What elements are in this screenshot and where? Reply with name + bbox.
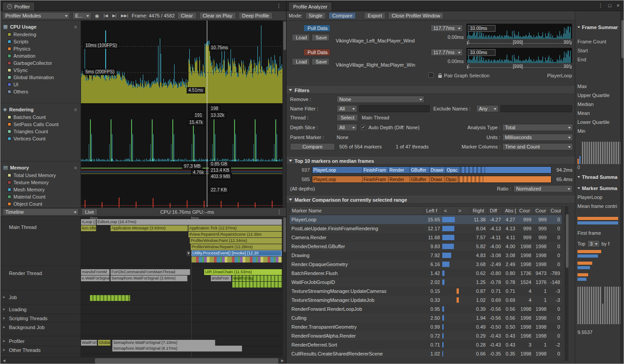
legend-item[interactable]: Object Count <box>3 200 81 207</box>
charts-vertical-scrollbar[interactable] <box>282 21 286 207</box>
thread-summary-header[interactable]: Thread Summa <box>577 174 618 180</box>
marker-segment[interactable]: Opac <box>446 167 460 173</box>
marker-segment[interactable]: Opac <box>445 176 458 182</box>
foldout-arrow-icon[interactable]: ▸ <box>3 307 7 313</box>
marker-segment[interactable]: Render <box>389 176 410 182</box>
column-header[interactable]: Marker Name <box>290 207 424 215</box>
column-header[interactable]: Diff <box>488 207 503 215</box>
auto-depth-checkbox[interactable]: ✓ <box>361 125 366 130</box>
scrollbar-thumb[interactable] <box>621 20 624 58</box>
marker-row[interactable]: BatchRenderer.Flush 1.42 0.62 -0.80 0.80… <box>290 269 562 278</box>
legend-item[interactable]: Physics <box>3 45 81 52</box>
legend-item[interactable]: Batches Count <box>3 114 81 121</box>
top10-row-left[interactable]: 937 PlayerLoopFinishFramRenderGBufferDra… <box>290 166 573 174</box>
comparison-foldout[interactable]: Marker Comparison for currently selected… <box>286 196 575 203</box>
timeline-span[interactable]: mandsFromM <box>81 269 110 275</box>
timeline-span[interactable] <box>232 282 282 288</box>
legend-item[interactable]: Total Used Memory <box>3 172 81 179</box>
marker-segment[interactable]: GBuffer <box>410 167 430 173</box>
foldout-arrow-icon[interactable]: ▸ <box>3 339 7 346</box>
marker-row[interactable]: PostLateUpdate.FinishFrameRendering 12.1… <box>290 224 562 233</box>
timeline-span[interactable]: ProfilerWindow.Repaint (12.28ms) <box>191 244 282 250</box>
current-frame-button[interactable]: ▶▶| <box>120 13 129 18</box>
close-profiler-window-button[interactable]: Close Profiler Window <box>388 12 444 19</box>
scrollbar-track[interactable] <box>8 357 279 364</box>
thread-select-button[interactable]: Select <box>337 114 358 121</box>
marker-row[interactable]: Drawing 7.92 4.83 -3.08 3.08 1998 1998 0 <box>290 251 562 260</box>
marker-segment[interactable]: Render <box>389 167 410 173</box>
marker-row[interactable]: Render.TransparentGeometry 0.99 0.49 -0.… <box>290 322 562 331</box>
timeline-span[interactable]: GlobalJ <box>98 340 111 346</box>
max-time-dropdown[interactable]: 117.77ms <box>431 25 463 32</box>
timeline-span[interactable] <box>90 295 130 301</box>
top10-bar[interactable]: PlayerLoopFinishFramRenderGBufferDrawirO… <box>312 166 551 174</box>
timeline-span[interactable]: ProfilerWindow.Paint (12.34ms) <box>190 238 282 244</box>
column-header[interactable]: > <box>457 207 471 215</box>
timeline-horizontal-scrollbar[interactable]: ◀ ▶ <box>0 357 286 364</box>
timeline-span[interactable]: ▾ <box>187 250 191 256</box>
slider-handle-left[interactable] <box>466 65 469 69</box>
foldout-arrow-icon[interactable]: ▸ <box>3 316 7 322</box>
marker-segment[interactable]: Drawir <box>430 167 446 173</box>
rendering-chart[interactable] <box>81 103 282 162</box>
marker-distribution-histogram[interactable] <box>577 285 620 324</box>
column-header[interactable]: Cour <box>534 207 549 215</box>
legend-item[interactable]: Rendering <box>3 31 81 38</box>
timeline-vertical-scrollbar[interactable] <box>282 216 286 357</box>
legend-item[interactable]: GarbageCollector <box>3 59 81 67</box>
marker-row[interactable]: TextureStreamingManager.UpdateJob 0.33 1… <box>290 296 562 305</box>
analyzer-kebab-icon[interactable]: ⋮ <box>598 3 603 8</box>
slider-handle-right[interactable] <box>570 41 572 45</box>
timeline-span[interactable]: tion.Idle (1 <box>81 225 96 231</box>
timeline-view-dropdown[interactable]: Timeline <box>3 208 79 216</box>
timeline-span[interactable]: andsFron <box>211 275 231 281</box>
depth-slice-dropdown[interactable]: All <box>337 124 357 131</box>
filters-foldout[interactable]: Filters <box>286 86 575 94</box>
ratio-dropdown[interactable]: Normalized <box>513 185 573 192</box>
module-menu-icon[interactable]: ≡ <box>74 165 77 170</box>
close-icon[interactable]: × <box>617 3 620 8</box>
marker-row[interactable]: RenderDeferred.GBuffer 9.83 5.82 -4.00 4… <box>290 242 562 251</box>
compare-button[interactable]: Compare <box>290 143 335 150</box>
foldout-arrow-icon[interactable]: ▸ <box>3 295 7 305</box>
timeline-span[interactable]: Semaphore.WaitForSignal (7.10ms) <box>112 340 215 346</box>
legend-item[interactable]: VSync <box>3 67 81 74</box>
exclude-names-dropdown[interactable]: Any <box>476 105 499 112</box>
frame-distribution-histogram[interactable] <box>577 140 620 164</box>
marker-row[interactable]: CullResults.CreateSharedRendererScene 1.… <box>290 349 562 358</box>
mode-compare-button[interactable]: Compare <box>329 12 356 19</box>
tab-profile-analyzer[interactable]: Profile Analyzer <box>288 2 332 11</box>
frame-range-slider[interactable]: 1 [999] 999 <box>466 64 572 70</box>
marker-row[interactable]: Render.OpaqueGeometry 6.16 3.68 -2.49 2.… <box>290 260 562 269</box>
table-vertical-scrollbar[interactable] <box>565 206 568 361</box>
slider-handle-left[interactable] <box>466 41 469 45</box>
marker-summary-header[interactable]: Marker Summa <box>577 186 618 191</box>
module-menu-icon[interactable]: ≡ <box>74 107 77 112</box>
frame-summary-header[interactable]: Frame Summary <box>577 25 618 30</box>
scroll-left-icon[interactable]: ◀ <box>0 359 8 363</box>
legend-item[interactable]: Mesh Memory <box>3 186 81 193</box>
first-frame-button[interactable]: |◀ <box>103 13 109 18</box>
column-header[interactable]: < <box>442 207 457 215</box>
marker-row[interactable]: WaitForJobGroupID 2.02 1.25 -0.78 0.78 1… <box>290 278 562 287</box>
name-filter-dropdown[interactable]: All <box>337 105 357 112</box>
column-header[interactable]: Abs [ <box>503 207 517 215</box>
name-filter-input[interactable] <box>359 105 430 112</box>
remove-dropdown[interactable]: None <box>337 96 424 103</box>
timeline-span[interactable]: Semaphore.WaitForSignal (3.84ms) <box>111 275 188 281</box>
marker-segment[interactable]: PlayerLoop <box>312 167 363 173</box>
column-header[interactable]: Cour <box>549 207 562 215</box>
column-header[interactable]: Left f <box>424 207 442 215</box>
marker-row[interactable]: RenderForwardAlpha.Render 0.72 0.29 -0.4… <box>290 331 562 340</box>
frame-range-slider[interactable]: 1 [999] 999 <box>466 40 572 46</box>
analyzer-vertical-scrollbar[interactable] <box>620 11 624 364</box>
legend-item[interactable]: Triangles Count <box>3 128 81 135</box>
export-button[interactable]: Export <box>364 12 385 19</box>
legend-item[interactable]: Vertices Count <box>3 135 81 142</box>
units-dropdown[interactable]: Milliseconds <box>502 134 573 141</box>
scrollbar-thumb[interactable] <box>95 358 278 364</box>
timeline-span[interactable]: IlView.RepaintAll.RepaintScene (12.35m <box>188 232 282 237</box>
pull-data-button[interactable]: Pull Data <box>303 25 330 32</box>
module-cpu-usage[interactable]: ▦ CPU Usage ≡ RenderingScriptsPhysicsAni… <box>0 21 81 103</box>
timeline-span[interactable]: e.WaitForSigna <box>81 275 110 281</box>
